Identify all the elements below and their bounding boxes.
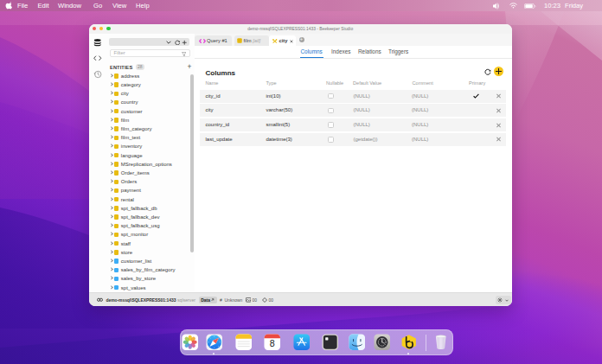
svg-text:8: 8 [270,338,275,348]
